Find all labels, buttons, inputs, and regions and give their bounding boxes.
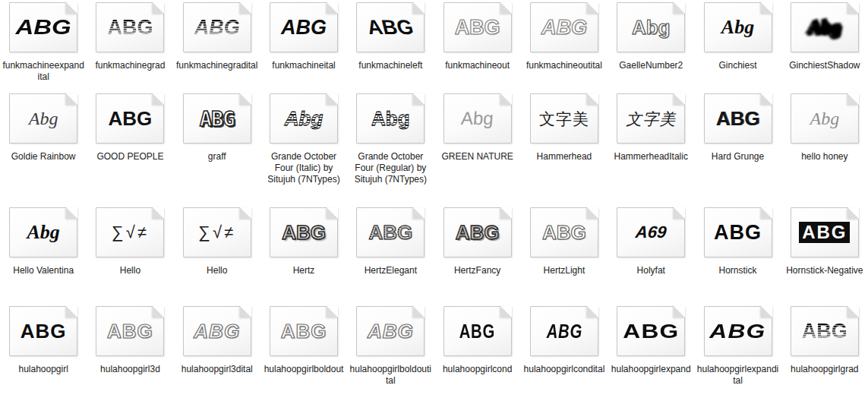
- font-tile[interactable]: ∑√≠ Hello: [87, 207, 173, 306]
- font-tile[interactable]: ABG HertzLight: [521, 207, 608, 306]
- font-preview-text: ∑√≠: [112, 224, 149, 241]
- font-file-icon: ∑√≠: [96, 207, 164, 257]
- font-preview-text: ABG: [282, 223, 326, 242]
- font-file-icon: ABG: [617, 306, 685, 356]
- page-fold-icon: [500, 2, 512, 14]
- font-tile[interactable]: ABG hulahoopgirlcond: [434, 306, 520, 401]
- font-tile[interactable]: ABG funkmachineoutital: [521, 2, 608, 93]
- font-preview-text: ABG: [109, 109, 153, 128]
- font-file-icon: ABG: [9, 2, 77, 52]
- font-file-icon: ABG: [270, 306, 338, 356]
- page-fold-icon: [153, 93, 164, 105]
- font-tile[interactable]: ABG hulahoopgirlboldoutital: [347, 306, 434, 401]
- font-tile[interactable]: Abg Ginchiest: [694, 2, 781, 93]
- font-tile[interactable]: ABG hulahoopgirlexpandital: [694, 306, 781, 401]
- font-preview-text: ABG: [281, 17, 327, 38]
- font-name-label: hulahoopgirlexpand: [611, 364, 691, 375]
- page-fold-icon: [66, 2, 77, 14]
- font-tile[interactable]: Abg GREEN NATURE: [434, 93, 520, 207]
- font-tile[interactable]: ABG hulahoopgirlgrad: [781, 306, 868, 401]
- font-name-label: hulahoopgirl3dital: [181, 364, 253, 375]
- font-tile[interactable]: Abg hello honey: [781, 93, 868, 207]
- font-tile[interactable]: Abg Goldie Rainbow: [0, 93, 87, 207]
- font-preview-text: ABG: [802, 321, 847, 342]
- font-name-label: Holyfat: [637, 265, 665, 276]
- font-tile[interactable]: ABG hulahoopgirl3dital: [174, 306, 260, 401]
- font-tile[interactable]: Abg GaelleNumber2: [608, 2, 694, 93]
- font-file-icon: ABG: [443, 2, 512, 52]
- font-tile[interactable]: ABG funkmachinegradital: [174, 2, 260, 93]
- font-file-icon: ABG: [183, 306, 251, 356]
- font-name-label: hulahoopgirlexpandital: [696, 364, 780, 387]
- page-fold-icon: [153, 2, 164, 14]
- font-preview-text: ABG: [456, 223, 500, 242]
- font-name-label: hulahoopgirlboldout: [264, 364, 344, 375]
- font-name-label: Ginchiest: [719, 60, 757, 71]
- font-tile[interactable]: ABG hulahoopgirlboldout: [260, 306, 347, 401]
- font-name-label: HertzElegant: [365, 265, 417, 276]
- font-tile[interactable]: ABG Hornstick: [694, 207, 781, 306]
- font-preview-text: ∑√≠: [198, 224, 235, 241]
- font-tile[interactable]: ABG funkmachineleft: [347, 2, 434, 93]
- font-tile[interactable]: ∑√≠ Hello: [174, 207, 260, 306]
- font-name-label: hulahoopgirl: [18, 364, 68, 375]
- font-name-label: GinchiestShadow: [789, 60, 860, 71]
- page-fold-icon: [674, 93, 685, 105]
- font-tile[interactable]: ABG Hornstick-Negative: [781, 207, 868, 306]
- font-preview-text: Abg: [29, 109, 58, 128]
- font-tile[interactable]: ABG funkmachineital: [260, 2, 347, 93]
- font-tile[interactable]: ABG funkmachinegrad: [87, 2, 173, 93]
- font-preview-text: Abg: [810, 109, 839, 128]
- page-fold-icon: [847, 2, 859, 14]
- font-tile[interactable]: ABG HertzElegant: [347, 207, 434, 306]
- font-name-label: funkmachineout: [445, 60, 510, 71]
- font-tile[interactable]: 文字美 Hammerhead: [521, 93, 608, 207]
- font-file-icon: Abg: [704, 2, 772, 52]
- font-tile[interactable]: ABG Hard Grunge: [694, 93, 781, 207]
- font-tile[interactable]: ABG Hertz: [260, 207, 347, 306]
- font-name-label: HertzLight: [544, 265, 586, 276]
- font-tile[interactable]: ABG hulahoopgirlexpand: [608, 306, 694, 401]
- page-fold-icon: [327, 306, 338, 317]
- font-preview-text: Abg: [632, 17, 671, 37]
- font-file-icon: ABG: [530, 207, 598, 257]
- font-tile[interactable]: Abg GinchiestShadow: [781, 2, 868, 93]
- page-fold-icon: [153, 306, 164, 317]
- page-fold-icon: [500, 93, 512, 105]
- font-tile[interactable]: ABG funkmachineout: [434, 2, 520, 93]
- font-tile[interactable]: ABG hulahoopgirl: [0, 306, 87, 401]
- font-tile[interactable]: 文字美 HammerheadItalic: [608, 93, 694, 207]
- page-fold-icon: [587, 2, 598, 14]
- font-name-label: Hello: [120, 265, 140, 276]
- font-file-icon: Abg: [9, 207, 77, 257]
- font-tile[interactable]: Abg Hello Valentina: [0, 207, 87, 306]
- font-tile[interactable]: ABG HertzFancy: [434, 207, 520, 306]
- font-file-icon: ABG: [270, 2, 338, 52]
- page-fold-icon: [66, 207, 77, 219]
- font-file-icon: ABG: [791, 306, 859, 356]
- font-tile[interactable]: ABG hulahoopgirl3d: [87, 306, 173, 401]
- page-fold-icon: [240, 2, 251, 14]
- page-fold-icon: [327, 93, 338, 105]
- font-tile[interactable]: ABG graff: [174, 93, 260, 207]
- font-file-icon: A69: [617, 207, 685, 257]
- font-tile[interactable]: Abg Grande October Four (Italic) by Situ…: [260, 93, 347, 207]
- font-tile[interactable]: A69 Holyfat: [608, 207, 694, 306]
- font-tile[interactable]: ABG hulahoopgirlcondital: [521, 306, 608, 401]
- font-name-label: Hertz: [293, 265, 315, 276]
- font-file-icon: Abg: [9, 93, 77, 144]
- font-file-icon: ABG: [96, 306, 164, 356]
- font-tile[interactable]: Abg Grande October Four (Regular) by Sit…: [347, 93, 434, 207]
- font-name-label: GaelleNumber2: [619, 60, 683, 71]
- font-name-label: Goldie Rainbow: [11, 151, 76, 163]
- font-tile[interactable]: ABG GOOD PEOPLE: [87, 93, 173, 207]
- font-grid-row: ABG hulahoopgirl ABG hulahoopgirl3d ABG …: [0, 306, 868, 401]
- font-grid-row: ABG funkmachineexpandital ABG funkmachin…: [0, 2, 868, 93]
- font-file-icon: ABG: [183, 2, 251, 52]
- font-file-icon: ABG: [356, 2, 425, 52]
- font-tile[interactable]: ABG funkmachineexpandital: [0, 2, 87, 93]
- font-preview-text: ABG: [714, 223, 762, 243]
- page-fold-icon: [153, 207, 164, 219]
- font-file-icon: 文字美: [617, 93, 685, 144]
- page-fold-icon: [413, 306, 425, 317]
